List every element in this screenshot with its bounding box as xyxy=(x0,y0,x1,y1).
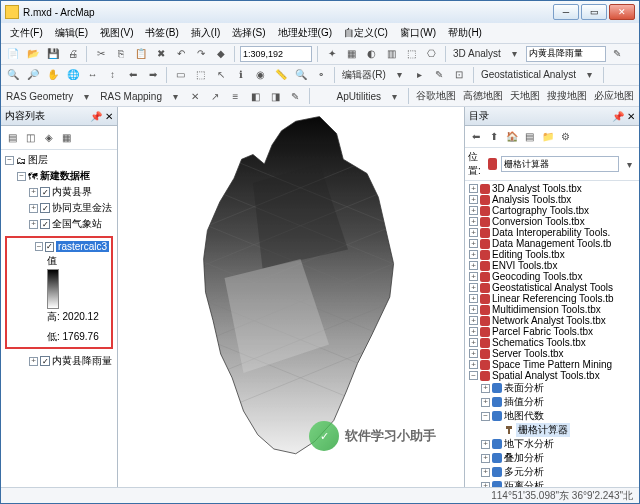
up-icon[interactable]: ⬆ xyxy=(485,128,502,145)
tool-icon[interactable]: ✕ xyxy=(187,88,204,105)
clear-sel-icon[interactable]: ⬚ xyxy=(192,66,209,83)
close-button[interactable]: ✕ xyxy=(609,4,635,20)
catalog-item[interactable]: +Geostatistical Analyst Tools xyxy=(467,282,637,293)
catalog-item[interactable]: +Linear Referencing Tools.tb xyxy=(467,293,637,304)
aputil-label[interactable]: ApUtilities xyxy=(335,91,383,102)
catalog-item[interactable]: +Geocoding Tools.tbx xyxy=(467,271,637,282)
catalog-item[interactable]: +ENVI Tools.tbx xyxy=(467,260,637,271)
catalog-item[interactable]: +叠加分析 xyxy=(467,451,637,465)
tool-icon[interactable]: ✎ xyxy=(287,88,304,105)
3d-analyst-label[interactable]: 3D Analyst xyxy=(451,48,503,59)
catalog-item[interactable]: +地下水分析 xyxy=(467,437,637,451)
catalog-item[interactable]: +Analysis Tools.tbx xyxy=(467,194,637,205)
tool-icon[interactable]: ◉ xyxy=(252,66,269,83)
tianditu-map[interactable]: 天地图 xyxy=(508,89,542,103)
list-by-source-icon[interactable]: ◫ xyxy=(22,129,39,146)
catalog-item[interactable]: +Data Management Tools.tb xyxy=(467,238,637,249)
cut-icon[interactable]: ✂ xyxy=(92,45,109,62)
tool-icon[interactable]: ⚙ xyxy=(557,128,574,145)
menu-file[interactable]: 文件(F) xyxy=(5,24,48,42)
google-map[interactable]: 谷歌地图 xyxy=(414,89,458,103)
ras-geom-label[interactable]: RAS Geometry xyxy=(4,91,75,102)
tool-icon[interactable]: ▸ xyxy=(411,66,428,83)
catalog-item[interactable]: +距离分析 xyxy=(467,479,637,487)
tool-icon[interactable]: ✎ xyxy=(431,66,448,83)
geostat-label[interactable]: Geostatistical Analyst xyxy=(479,69,578,80)
scale-input[interactable] xyxy=(240,46,312,62)
catalog-item[interactable]: +Editing Tools.tbx xyxy=(467,249,637,260)
toc-rastercalc[interactable]: −✓rastercalc3 xyxy=(9,240,109,253)
catalog-item[interactable]: −Spatial Analyst Tools.tbx xyxy=(467,370,637,381)
tool-icon[interactable]: ⬚ xyxy=(403,45,420,62)
menu-help[interactable]: 帮助(H) xyxy=(443,24,487,42)
minimize-button[interactable]: ─ xyxy=(553,4,579,20)
measure-icon[interactable]: 📏 xyxy=(272,66,289,83)
pin-icon[interactable]: 📌 ✕ xyxy=(612,111,635,122)
gaode-map[interactable]: 高德地图 xyxy=(461,89,505,103)
toc-layers-root[interactable]: −🗂图层 xyxy=(3,152,115,168)
ras-map-label[interactable]: RAS Mapping xyxy=(98,91,164,102)
dropdown-icon[interactable]: ▾ xyxy=(386,88,403,105)
zoom-in-icon[interactable]: 🔍 xyxy=(4,66,21,83)
menu-selection[interactable]: 选择(S) xyxy=(227,24,270,42)
toc-dataframe[interactable]: −🗺新建数据框 xyxy=(3,168,115,184)
catalog-item[interactable]: +Data Interoperability Tools. xyxy=(467,227,637,238)
tool-icon[interactable]: ✎ xyxy=(609,45,626,62)
catalog-item[interactable]: +Multidimension Tools.tbx xyxy=(467,304,637,315)
tool-icon[interactable]: ◨ xyxy=(267,88,284,105)
open-icon[interactable]: 📂 xyxy=(24,45,41,62)
catalog-item[interactable]: +表面分析 xyxy=(467,381,637,395)
dropdown-icon[interactable]: ▾ xyxy=(391,66,408,83)
tool-icon[interactable]: ▥ xyxy=(383,45,400,62)
toc-layer[interactable]: +✓协同克里金法 xyxy=(3,200,115,216)
catalog-item[interactable]: +Conversion Tools.tbx xyxy=(467,216,637,227)
catalog-item[interactable]: +Schematics Tools.tbx xyxy=(467,337,637,348)
list-by-selection-icon[interactable]: ▦ xyxy=(58,129,75,146)
tool-icon[interactable]: ≡ xyxy=(227,88,244,105)
tool-icon[interactable]: ↗ xyxy=(207,88,224,105)
undo-icon[interactable]: ↶ xyxy=(172,45,189,62)
tool-icon[interactable]: ⚬ xyxy=(312,66,329,83)
catalog-item[interactable]: +Cartography Tools.tbx xyxy=(467,205,637,216)
tool-icon[interactable]: ↔ xyxy=(84,66,101,83)
catalog-header[interactable]: 目录 📌 ✕ xyxy=(465,107,639,126)
find-icon[interactable]: 🔍 xyxy=(292,66,309,83)
bing-map[interactable]: 必应地图 xyxy=(592,89,636,103)
add-data-icon[interactable]: ◆ xyxy=(212,45,229,62)
catalog-item[interactable]: +Network Analyst Tools.tbx xyxy=(467,315,637,326)
maximize-button[interactable]: ▭ xyxy=(581,4,607,20)
select-icon[interactable]: ▭ xyxy=(172,66,189,83)
menu-view[interactable]: 视图(V) xyxy=(95,24,138,42)
menu-geoprocessing[interactable]: 地理处理(G) xyxy=(273,24,337,42)
dropdown-icon[interactable]: ▾ xyxy=(623,156,636,173)
copy-icon[interactable]: ⎘ xyxy=(112,45,129,62)
editor-label[interactable]: 编辑器(R) xyxy=(340,68,388,82)
next-extent-icon[interactable]: ➡ xyxy=(144,66,161,83)
delete-icon[interactable]: ✖ xyxy=(152,45,169,62)
toc-rain-layer[interactable]: +✓内黄县降雨量 xyxy=(3,353,115,369)
catalog-item[interactable]: +Space Time Pattern Mining xyxy=(467,359,637,370)
map-view[interactable]: ✓ 软件学习小助手 xyxy=(118,107,464,487)
tool-icon[interactable]: ⊡ xyxy=(451,66,468,83)
print-icon[interactable]: 🖨 xyxy=(64,45,81,62)
redo-icon[interactable]: ↷ xyxy=(192,45,209,62)
prev-extent-icon[interactable]: ⬅ xyxy=(124,66,141,83)
tool-icon[interactable]: ◐ xyxy=(363,45,380,62)
identify-icon[interactable]: ℹ xyxy=(232,66,249,83)
toc-layer[interactable]: +✓内黄县界 xyxy=(3,184,115,200)
catalog-item[interactable]: +多元分析 xyxy=(467,465,637,479)
dropdown-icon[interactable]: ▾ xyxy=(167,88,184,105)
layer-combo[interactable] xyxy=(526,46,606,62)
catalog-item[interactable]: +插值分析 xyxy=(467,395,637,409)
save-icon[interactable]: 💾 xyxy=(44,45,61,62)
menu-customize[interactable]: 自定义(C) xyxy=(339,24,393,42)
pin-icon[interactable]: 📌 ✕ xyxy=(90,111,113,122)
paste-icon[interactable]: 📋 xyxy=(132,45,149,62)
connect-icon[interactable]: 📁 xyxy=(539,128,556,145)
menu-bookmarks[interactable]: 书签(B) xyxy=(140,24,183,42)
dropdown-icon[interactable]: ▾ xyxy=(581,66,598,83)
dropdown-icon[interactable]: ▾ xyxy=(506,45,523,62)
menu-windows[interactable]: 窗口(W) xyxy=(395,24,441,42)
zoom-out-icon[interactable]: 🔎 xyxy=(24,66,41,83)
toc-header[interactable]: 内容列表 📌 ✕ xyxy=(1,107,117,126)
